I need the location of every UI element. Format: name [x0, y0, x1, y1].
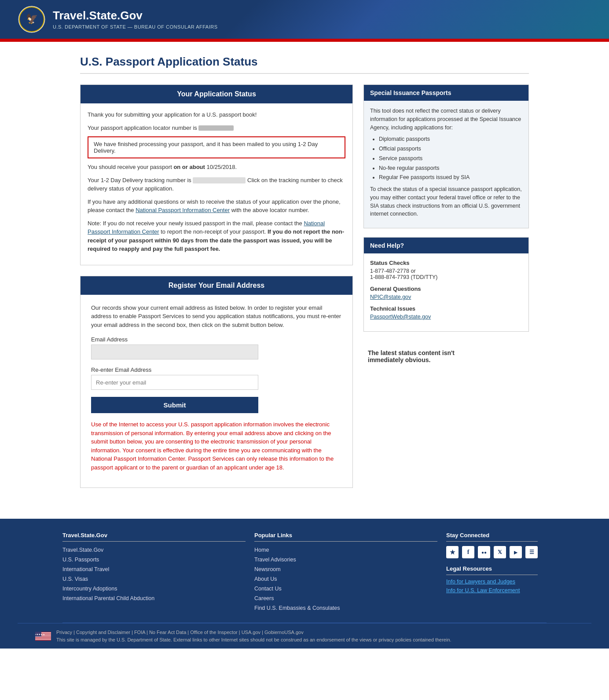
reenter-email-group: Re-enter Email Address [91, 366, 258, 390]
site-logo: 🦅 [18, 5, 46, 33]
footer-col-social: Stay Connected ★ f ●● 𝕏 ▶ ☰ Legal Resour… [446, 532, 547, 614]
special-issuance-body: This tool does not reflect the correct s… [364, 101, 528, 228]
footer-col2-title: Popular Links [254, 532, 437, 542]
list-item: Intercountry Adoptions [62, 585, 246, 592]
need-help-heading: Need Help? [364, 238, 528, 253]
email-address-group: Email Address [91, 336, 258, 359]
tracking-number-masked [193, 177, 246, 183]
site-header: 🦅 Travel.State.Gov U.S. DEPARTMENT OF ST… [0, 0, 609, 40]
phone2: 1-888-874-7793 (TDD/TTY) [370, 274, 522, 280]
footer-col-travel: Travel.State.Gov Travel.State.Gov U.S. P… [62, 532, 254, 614]
star-icon[interactable]: ★ [446, 546, 459, 558]
svg-rect-11 [35, 636, 51, 637]
list-item: Diplomatic passports [379, 135, 522, 143]
list-item: Careers [254, 594, 437, 601]
left-column: Your Application Status Thank you for su… [80, 84, 353, 488]
special-issuance-footer: To check the status of a special issuanc… [370, 185, 522, 218]
youtube-icon[interactable]: ▶ [510, 546, 522, 558]
status-checks-title: Status Checks [370, 260, 522, 266]
email-box-heading: Register Your Email Address [81, 276, 352, 295]
twitter-icon[interactable]: 𝕏 [494, 546, 506, 558]
law-enforcement-link[interactable]: Info for U.S. Law Enforcement [446, 587, 538, 594]
status-para1: Thank you for submitting your applicatio… [88, 110, 345, 119]
svg-rect-15 [35, 639, 51, 640]
list-item: Find U.S. Embassies & Consulates [254, 604, 437, 611]
email-address-input[interactable] [91, 345, 258, 359]
svg-rect-14 [35, 638, 51, 639]
main-content: U.S. Passport Application Status Your Ap… [62, 42, 547, 501]
list-item: International Parental Child Abduction [62, 594, 246, 601]
status-note: Note: If you do not receive your newly i… [88, 219, 345, 253]
footer-col2-list: Home Travel Advisories Newsroom About Us… [254, 546, 437, 611]
passportweb-email-link[interactable]: PassportWeb@state.gov [370, 314, 431, 320]
header-text: Travel.State.Gov U.S. DEPARTMENT OF STAT… [53, 9, 217, 29]
footer-bottom-bar: ★★★★★★ Privacy | Copyright and Disclaime… [18, 623, 591, 649]
footer-col3-title: Stay Connected [446, 532, 538, 542]
svg-rect-12 [35, 637, 51, 638]
legal-resources-title: Legal Resources [446, 565, 538, 575]
application-status-box: Your Application Status Thank you for su… [80, 84, 353, 265]
special-issuance-heading: Special Issuance Passports [364, 85, 528, 101]
site-footer: Travel.State.Gov Travel.State.Gov U.S. P… [0, 519, 609, 649]
email-registration-box: Register Your Email Address Our records … [80, 276, 353, 488]
svg-text:★★★★★★: ★★★★★★ [35, 633, 45, 636]
footer-disclaimer: This site is managed by the U.S. Departm… [56, 636, 451, 644]
annotation-text: The latest status content isn't immediat… [363, 349, 529, 363]
submit-button[interactable]: Submit [91, 397, 258, 413]
content-columns: Your Application Status Thank you for su… [80, 84, 529, 488]
npic-email-link[interactable]: NPIC@state.gov [370, 294, 411, 300]
list-item: U.S. Visas [62, 575, 246, 582]
social-icons-group: ★ f ●● 𝕏 ▶ ☰ [446, 546, 538, 558]
facebook-icon[interactable]: f [462, 546, 474, 558]
need-help-box: Need Help? Status Checks 1-877-487-2778 … [363, 237, 529, 332]
svg-text:🦅: 🦅 [26, 13, 38, 25]
list-item: Newsroom [254, 565, 437, 572]
list-item: U.S. Passports [62, 556, 246, 563]
status-para5: If you have any additional questions or … [88, 198, 345, 215]
list-item: About Us [254, 575, 437, 582]
page-title: U.S. Passport Application Status [80, 55, 529, 74]
site-subtitle: U.S. DEPARTMENT OF STATE — BUREAU OF CON… [53, 24, 217, 29]
list-item: Official passports [379, 145, 522, 153]
rss-icon[interactable]: ☰ [525, 546, 538, 558]
footer-col1-list: Travel.State.Gov U.S. Passports Internat… [62, 546, 246, 601]
email-description: Our records show your current email addr… [91, 304, 342, 330]
special-issuance-list: Diplomatic passports Official passports … [370, 135, 522, 182]
list-item: Travel Advisories [254, 556, 437, 563]
list-item: No-fee regular passports [379, 164, 522, 172]
status-box-body: Thank you for submitting your applicatio… [81, 103, 352, 265]
general-questions-title: General Questions [370, 286, 522, 292]
lawyers-judges-link[interactable]: Info for Lawyers and Judges [446, 579, 538, 585]
reenter-email-input[interactable] [91, 375, 258, 390]
status-para2: Your passport application locator number… [88, 124, 345, 132]
npic-link-1[interactable]: National Passport Information Center [136, 207, 230, 213]
special-issuance-box: Special Issuance Passports This tool doe… [363, 84, 529, 228]
status-box-heading: Your Application Status [81, 85, 352, 103]
status-checks-section: Status Checks 1-877-487-2778 or 1-888-87… [370, 260, 522, 280]
footer-columns: Travel.State.Gov Travel.State.Gov U.S. P… [62, 532, 547, 623]
list-item: Service passports [379, 154, 522, 163]
email-label: Email Address [91, 336, 258, 343]
list-item: Contact Us [254, 585, 437, 592]
special-issuance-body-text: This tool does not reflect the correct s… [370, 107, 522, 132]
status-para4: Your 1-2 Day Delivery tracking number is… [88, 176, 345, 193]
status-para3: You should receive your passport on or a… [88, 163, 345, 172]
right-column: Special Issuance Passports This tool doe… [363, 84, 529, 363]
technical-issues-title: Technical Issues [370, 305, 522, 312]
technical-issues-section: Technical Issues PassportWeb@state.gov [370, 305, 522, 320]
general-questions-section: General Questions NPIC@state.gov [370, 286, 522, 300]
phone1: 1-877-487-2778 or [370, 268, 522, 274]
flickr-icon[interactable]: ●● [478, 546, 490, 558]
footer-links-line: Privacy | Copyright and Disclaimer | FOI… [56, 629, 451, 636]
list-item: Regular Fee passports issued by SIA [379, 173, 522, 182]
us-flag-icon: ★★★★★★ [35, 632, 51, 641]
reenter-label: Re-enter Email Address [91, 366, 258, 373]
email-box-body: Our records show your current email addr… [81, 295, 352, 488]
svg-rect-13 [35, 638, 51, 638]
footer-bottom-text: Privacy | Copyright and Disclaimer | FOI… [56, 629, 451, 643]
site-title: Travel.State.Gov [53, 9, 217, 22]
list-item: Home [254, 546, 437, 553]
status-highlight-box: We have finished processing your passpor… [88, 136, 345, 158]
svg-rect-16 [35, 640, 51, 641]
list-item: Travel.State.Gov [62, 546, 246, 553]
